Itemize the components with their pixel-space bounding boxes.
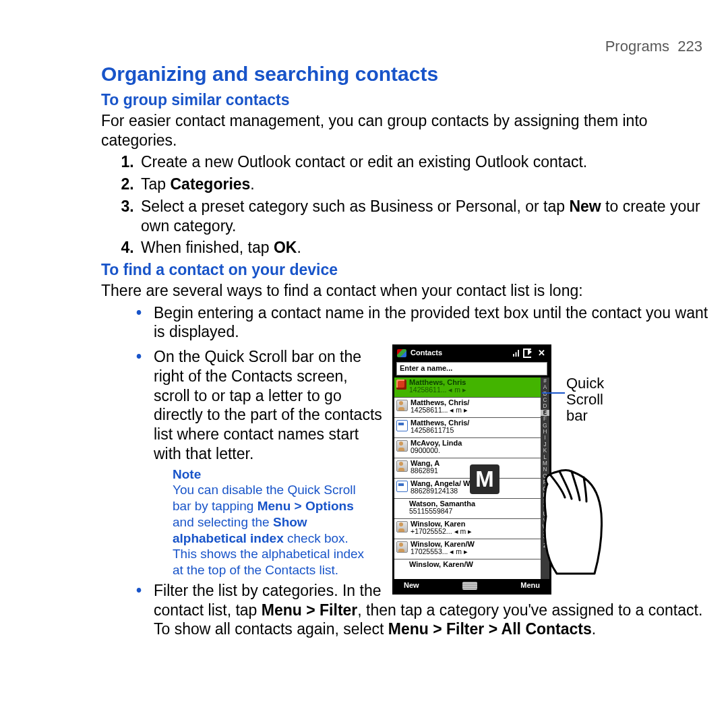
note-label: Note — [173, 466, 208, 483]
subheading-group: To group similar contacts — [101, 90, 709, 110]
steps-list: Create a new Outlook contact or edit an … — [101, 152, 709, 257]
note-block: Note You can disable the Quick Scroll ba… — [154, 466, 709, 578]
bullet-1: Begin entering a contact name in the pro… — [136, 303, 709, 342]
page-header: Programs 223 — [101, 37, 709, 56]
step-2: Tap Categories. — [138, 175, 709, 194]
page-number: 223 — [677, 38, 702, 55]
section-name: Programs — [605, 38, 669, 55]
intro-text-2: There are several ways to find a contact… — [101, 281, 709, 301]
subheading-find: To find a contact on your device — [101, 260, 709, 280]
page-title: Organizing and searching contacts — [101, 61, 709, 87]
intro-text: For easier contact management, you can g… — [101, 111, 709, 150]
step-4: When finished, tap OK. — [138, 238, 709, 257]
step-1: Create a new Outlook contact or edit an … — [138, 152, 709, 172]
bullet-2: On the Quick Scroll bar on the right of … — [136, 347, 709, 578]
bullet-list: Begin entering a contact name in the pro… — [101, 303, 709, 342]
bullet-list-2: On the Quick Scroll bar on the right of … — [101, 347, 709, 639]
step-3: Select a preset category such as Busines… — [138, 197, 709, 236]
bullet-3: Filter the list by categories. In the co… — [136, 581, 709, 639]
